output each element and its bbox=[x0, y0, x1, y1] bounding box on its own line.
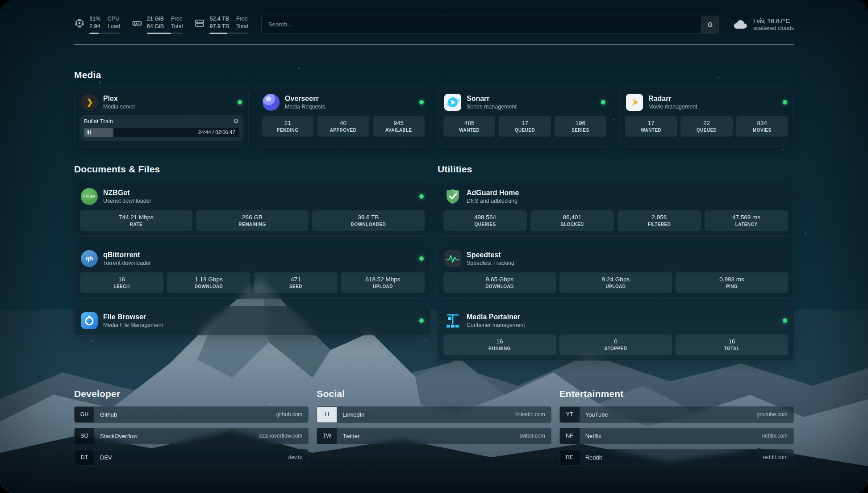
now-playing-title: Bullet Train bbox=[84, 118, 113, 125]
app-card-speedtest[interactable]: Speedtest Speedtest Tracking 9.65 Gbps D… bbox=[438, 244, 794, 299]
bookmark-youtube[interactable]: YT YouTube youtube.com bbox=[559, 406, 794, 423]
pause-icon[interactable] bbox=[88, 130, 91, 134]
bookmark-twitter[interactable]: TW Twitter twitter.com bbox=[317, 428, 551, 444]
app-desc: Media server bbox=[103, 104, 135, 110]
weather-widget[interactable]: Lviv, 16.87°C scattered clouds bbox=[732, 17, 794, 31]
bookmark-name: LinkedIn bbox=[342, 411, 364, 418]
app-desc: Usenet downloader bbox=[103, 198, 151, 204]
app-desc: Media File Management bbox=[103, 322, 163, 328]
disk-stat: 52.4 TB 97.9 TB Free Total bbox=[194, 15, 248, 34]
app-card-sonarr[interactable]: Sonarr Series management 485 WANTED 17 Q… bbox=[438, 88, 612, 147]
stat-latency: 47.569 ms LATENCY bbox=[705, 210, 788, 231]
cpu-usage-value: 31% bbox=[89, 15, 100, 23]
bookmark-netflix[interactable]: NF Netflix netflix.com bbox=[559, 428, 794, 444]
stat-wanted: 17 WANTED bbox=[625, 116, 677, 137]
cpu-label: CPU bbox=[108, 15, 120, 23]
search-bar: G bbox=[261, 16, 719, 33]
stat-total: 16 TOTAL bbox=[676, 334, 788, 355]
bookmark-name: Reddit bbox=[585, 454, 602, 461]
bookmark-reddit[interactable]: RE Reddit reddit.com bbox=[559, 449, 794, 466]
bookmark-abbr: SO bbox=[75, 428, 94, 444]
cpu-stat: 31% 2.94 CPU Load bbox=[74, 15, 120, 34]
app-desc: Speedtest Tracking bbox=[467, 260, 514, 266]
disk-free-label: Free bbox=[236, 15, 248, 23]
bookmark-abbr: YT bbox=[560, 407, 580, 422]
app-card-overseerr[interactable]: Overseerr Media Requests 21 PENDING 40 A… bbox=[256, 88, 430, 147]
status-online-dot bbox=[419, 318, 424, 323]
search-engine-button[interactable]: G bbox=[701, 16, 718, 33]
bookmark-group-social: Social LI LinkedIn linkedin.com TW Twitt… bbox=[317, 389, 551, 444]
section-title-utilities: Utilities bbox=[438, 164, 794, 175]
search-input[interactable] bbox=[261, 16, 719, 33]
gear-icon[interactable]: ⚙ bbox=[233, 118, 239, 124]
bookmark-linkedin[interactable]: LI LinkedIn linkedin.com bbox=[317, 406, 551, 423]
dashboard: 31% 2.94 CPU Load bbox=[0, 0, 868, 493]
now-playing-panel: Bullet Train ⚙ 24:44 / 02:06:47 bbox=[80, 115, 243, 141]
stat-movies: 834 MOVIES bbox=[736, 116, 788, 137]
section-media: Media ❯ Plex Media server bbox=[74, 70, 794, 147]
bookmark-abbr: GH bbox=[75, 407, 94, 422]
portainer-icon bbox=[444, 312, 461, 329]
cpu-usage-bar bbox=[89, 33, 120, 34]
app-card-plex[interactable]: ❯ Plex Media server Bullet Train ⚙ bbox=[74, 88, 249, 147]
disk-total-value: 97.9 TB bbox=[209, 23, 229, 30]
stat-stopped: 0 STOPPED bbox=[559, 334, 672, 355]
stat-upload: 618.52 Mbps UPLOAD bbox=[341, 272, 425, 293]
bookmark-group-entertainment: Entertainment YT YouTube youtube.com NF … bbox=[559, 389, 794, 466]
bookmark-url: github.com bbox=[276, 411, 303, 418]
bookmark-abbr: RE bbox=[560, 450, 580, 465]
plex-icon: ❯ bbox=[81, 94, 98, 111]
status-online-dot bbox=[783, 318, 787, 323]
app-card-qbittorrent[interactable]: qb qBittorrent Torrent downloader 16 bbox=[74, 244, 430, 299]
bookmark-url: reddit.com bbox=[763, 454, 788, 460]
nzbget-icon: nzbget bbox=[81, 188, 98, 205]
playback-progress-bar[interactable]: 24:44 / 02:06:47 bbox=[84, 128, 239, 137]
app-name: Media Portainer bbox=[467, 313, 525, 321]
bookmark-github[interactable]: GH Github github.com bbox=[74, 406, 309, 423]
filebrowser-icon bbox=[81, 312, 98, 329]
overseerr-icon bbox=[263, 94, 280, 111]
app-desc: DNS and adblocking bbox=[467, 198, 519, 204]
bookmark-name: StackOverflow bbox=[100, 433, 138, 439]
cpu-load-value: 2.94 bbox=[89, 23, 100, 30]
stat-upload: 9.24 Gbps UPLOAD bbox=[559, 272, 672, 293]
app-card-adguard[interactable]: AdGuard Home DNS and adblocking 498,564 … bbox=[438, 182, 794, 237]
app-name: AdGuard Home bbox=[467, 189, 519, 197]
stat-download: 9.65 Gbps DOWNLOAD bbox=[443, 272, 556, 293]
status-online-dot bbox=[601, 100, 605, 104]
bookmark-stackoverflow[interactable]: SO StackOverflow stackoverflow.com bbox=[74, 428, 309, 444]
app-card-portainer[interactable]: Media Portainer Container management 16 … bbox=[438, 306, 794, 361]
top-bar: 31% 2.94 CPU Load bbox=[74, 15, 794, 34]
section-title-media: Media bbox=[74, 70, 794, 80]
qbittorrent-icon: qb bbox=[81, 250, 98, 267]
ram-usage-bar bbox=[147, 33, 183, 34]
bookmark-dev[interactable]: DT DEV dev.to bbox=[74, 449, 309, 466]
stat-queries: 498,564 QUERIES bbox=[443, 210, 527, 231]
disk-usage-bar bbox=[209, 33, 248, 34]
ram-stat: 21 GiB 64 GiB Free Total bbox=[132, 15, 183, 34]
app-name: Radarr bbox=[648, 95, 697, 103]
stat-series: 196 SERIES bbox=[555, 116, 606, 137]
bookmark-url: linkedin.com bbox=[515, 411, 545, 418]
cpu-icon bbox=[74, 18, 85, 29]
section-title-developer: Developer bbox=[74, 389, 309, 399]
app-card-nzbget[interactable]: nzbget NZBGet Usenet downloader 744.21 M… bbox=[74, 182, 430, 237]
disk-total-label: Total bbox=[236, 23, 248, 30]
bookmark-name: YouTube bbox=[585, 411, 608, 418]
app-card-filebrowser[interactable]: File Browser Media File Management bbox=[74, 306, 430, 335]
status-online-dot bbox=[419, 256, 424, 261]
app-card-radarr[interactable]: Radarr Movie management 17 WANTED 22 QUE… bbox=[619, 88, 794, 147]
ram-total-value: 64 GiB bbox=[147, 23, 164, 30]
playback-time: 24:44 / 02:06:47 bbox=[198, 130, 235, 135]
stat-queued: 17 QUEUED bbox=[499, 116, 551, 137]
bookmark-url: youtube.com bbox=[757, 411, 788, 418]
bookmark-url: dev.to bbox=[288, 454, 303, 460]
bookmark-name: DEV bbox=[100, 454, 112, 461]
stat-approved: 40 APPROVED bbox=[317, 116, 369, 137]
stat-download: 1.19 Gbps DOWNLOAD bbox=[167, 272, 250, 293]
stat-seed: 471 SEED bbox=[254, 272, 338, 293]
ram-icon bbox=[132, 18, 142, 29]
stat-pending: 21 PENDING bbox=[262, 116, 313, 137]
section-documents: Documents & Files nzbget NZBGet Usenet d… bbox=[74, 164, 430, 335]
status-online-dot bbox=[238, 100, 242, 104]
